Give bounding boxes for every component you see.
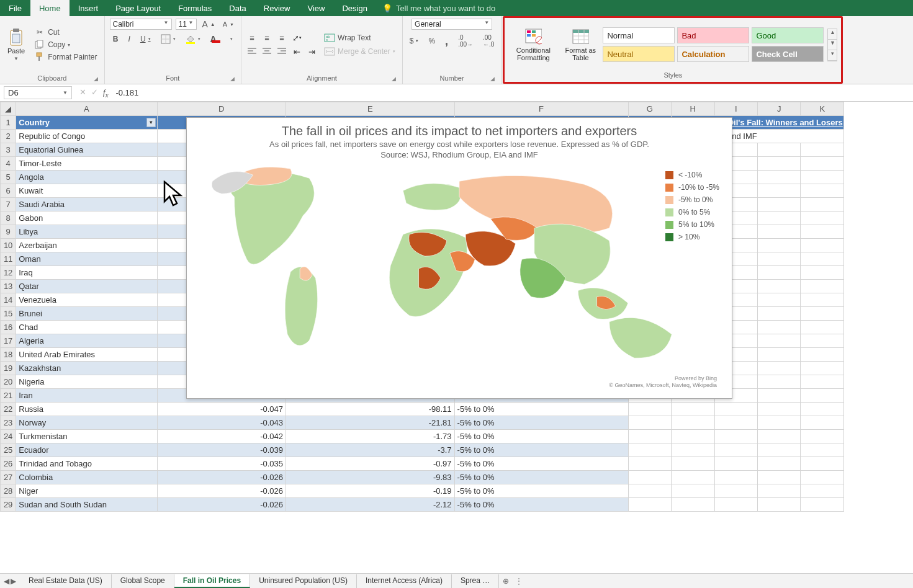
gallery-scroll[interactable]: ▲▼▾ xyxy=(827,29,837,61)
cell[interactable]: -5% to 0% xyxy=(454,457,628,471)
increase-indent-icon[interactable]: ⇥ xyxy=(306,47,317,56)
cell[interactable]: -5% to 0% xyxy=(454,403,628,416)
row-header[interactable]: 19 xyxy=(1,362,16,375)
merge-center-button[interactable]: Merge & Center ▾ xyxy=(322,46,397,57)
row-header[interactable]: 6 xyxy=(1,184,16,198)
percent-format-button[interactable]: % xyxy=(426,36,437,46)
cell[interactable]: -0.043 xyxy=(157,416,286,430)
fill-color-button[interactable]: ▾ xyxy=(184,33,202,45)
cell-style-normal[interactable]: Normal xyxy=(603,27,675,43)
row-header[interactable]: 4 xyxy=(1,157,16,171)
cell[interactable]: Iraq xyxy=(16,266,157,280)
cell[interactable]: Russia xyxy=(16,403,157,416)
copy-button[interactable]: Copy ▾ xyxy=(32,39,99,50)
table-row[interactable]: 28Niger-0.026-0.19-5% to 0% xyxy=(1,484,844,498)
font-color-button[interactable]: A▾ xyxy=(209,33,235,45)
row-header[interactable]: 23 xyxy=(1,416,16,430)
cut-button[interactable]: ✂Cut xyxy=(32,27,99,38)
decrease-decimal-button[interactable]: .00←.0 xyxy=(481,33,496,48)
cell[interactable]: Algeria xyxy=(16,334,157,348)
font-size-select[interactable]: 11▼ xyxy=(176,19,197,30)
row-header[interactable]: 25 xyxy=(1,443,16,457)
row-header[interactable]: 20 xyxy=(1,375,16,389)
row-header[interactable]: 13 xyxy=(1,280,16,293)
row-header[interactable]: 7 xyxy=(1,198,16,212)
select-all-corner[interactable]: ◢ xyxy=(1,102,16,116)
col-header[interactable]: K xyxy=(801,102,844,116)
cell[interactable]: Iran xyxy=(16,389,157,403)
row-header[interactable]: 24 xyxy=(1,430,16,443)
format-painter-button[interactable]: Format Painter xyxy=(32,51,99,63)
ribbon-tab-home[interactable]: Home xyxy=(30,0,70,16)
cell[interactable]: -3.7 xyxy=(286,443,455,457)
increase-decimal-button[interactable]: .0.00→ xyxy=(456,33,475,48)
cell-style-good[interactable]: Good xyxy=(752,27,824,43)
row-header[interactable]: 28 xyxy=(1,484,16,498)
ribbon-tab-design[interactable]: Design xyxy=(333,0,376,16)
ribbon-tab-review[interactable]: Review xyxy=(255,0,299,16)
cell[interactable]: -5% to 0% xyxy=(454,443,628,457)
row-header[interactable]: 11 xyxy=(1,252,16,266)
cell[interactable]: United Arab Emirates xyxy=(16,348,157,362)
wrap-text-button[interactable]: abcWrap Text xyxy=(322,32,397,43)
col-header[interactable]: G xyxy=(628,102,671,116)
row-header[interactable]: 17 xyxy=(1,334,16,348)
decrease-font-button[interactable]: A▼ xyxy=(221,20,236,29)
cell[interactable]: Equatorial Guinea xyxy=(16,143,157,157)
conditional-formatting-button[interactable]: Conditional Formatting xyxy=(508,27,558,63)
col-header[interactable]: J xyxy=(757,102,800,116)
cell[interactable]: Azerbaijan xyxy=(16,239,157,252)
cell[interactable]: -1.73 xyxy=(286,430,455,443)
align-right-icon[interactable] xyxy=(276,47,287,56)
cell[interactable]: -0.035 xyxy=(157,457,286,471)
table-row[interactable]: 22Russia-0.047-98.11-5% to 0% xyxy=(1,403,844,416)
cell[interactable]: -0.039 xyxy=(157,443,286,457)
cell[interactable]: Sudan and South Sudan xyxy=(16,498,157,512)
cell[interactable]: Qatar xyxy=(16,280,157,293)
cell[interactable]: -5% to 0% xyxy=(454,471,628,484)
align-left-icon[interactable] xyxy=(246,47,258,56)
cell[interactable]: Chad xyxy=(16,321,157,334)
row-header[interactable]: 12 xyxy=(1,266,16,280)
col-header[interactable]: D xyxy=(157,102,286,116)
cell-style-neutral[interactable]: Neutral xyxy=(603,46,675,62)
col-header[interactable]: A xyxy=(16,102,157,116)
cell[interactable]: Colombia xyxy=(16,471,157,484)
cell[interactable]: Republic of Congo xyxy=(16,130,157,143)
cell[interactable]: Trinidad and Tobago xyxy=(16,457,157,471)
row-header[interactable]: 18 xyxy=(1,348,16,362)
align-middle-icon[interactable]: ≡ xyxy=(261,33,272,43)
cell[interactable]: Nigeria xyxy=(16,375,157,389)
cell[interactable]: Oman xyxy=(16,252,157,266)
row-header[interactable]: 5 xyxy=(1,171,16,184)
insert-function-icon[interactable]: fx xyxy=(103,87,108,99)
row-header[interactable]: 1 xyxy=(1,116,16,130)
comma-format-button[interactable]: , xyxy=(443,34,450,48)
dialog-launcher-icon[interactable]: ◢ xyxy=(392,76,396,82)
cell[interactable]: -98.11 xyxy=(286,403,455,416)
tell-me-search[interactable]: 💡Tell me what you want to do xyxy=(376,1,501,16)
row-header[interactable]: 10 xyxy=(1,239,16,252)
cell[interactable]: Saudi Arabia xyxy=(16,198,157,212)
cell[interactable]: Venezuela xyxy=(16,293,157,307)
cell[interactable]: Kazakhstan xyxy=(16,362,157,375)
number-format-select[interactable]: General▼ xyxy=(412,19,492,30)
row-header[interactable]: 22 xyxy=(1,403,16,416)
table-row[interactable]: 25Ecuador-0.039-3.7-5% to 0% xyxy=(1,443,844,457)
cell[interactable]: Angola xyxy=(16,171,157,184)
ribbon-tab-formulas[interactable]: Formulas xyxy=(169,0,220,16)
cell[interactable]: -2.12 xyxy=(286,498,455,512)
cancel-formula-icon[interactable]: ✕ xyxy=(79,87,86,99)
row-header[interactable]: 27 xyxy=(1,471,16,484)
cell[interactable]: Ecuador xyxy=(16,443,157,457)
row-header[interactable]: 26 xyxy=(1,457,16,471)
cell[interactable]: -5% to 0% xyxy=(454,484,628,498)
cell[interactable]: -0.026 xyxy=(157,484,286,498)
row-header[interactable]: 9 xyxy=(1,225,16,239)
align-center-icon[interactable] xyxy=(261,47,272,56)
ribbon-tab-view[interactable]: View xyxy=(299,0,333,16)
dialog-launcher-icon[interactable]: ◢ xyxy=(94,76,98,82)
row-header[interactable]: 2 xyxy=(1,130,16,143)
align-top-icon[interactable]: ≡ xyxy=(246,33,258,43)
cell[interactable]: -21.81 xyxy=(286,416,455,430)
